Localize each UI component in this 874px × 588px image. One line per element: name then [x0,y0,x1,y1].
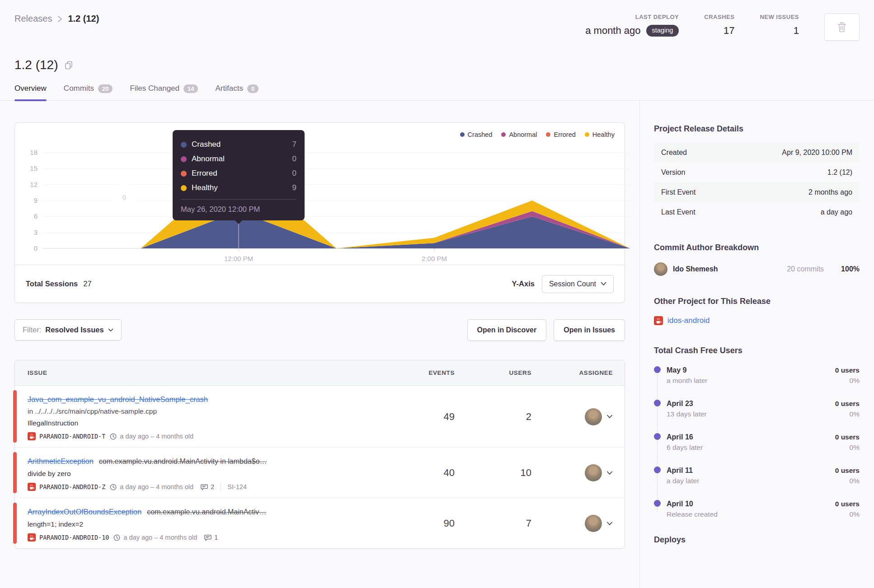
comment-count: 1 [214,534,218,541]
sessions-chart-card: 0369121518012:00 PM2:00 PM Crashed Abnor… [14,122,625,303]
release-title-row: 1.2 (12) [0,41,874,72]
timeline-values: 0 users 0% [835,399,860,420]
timeline-dot-icon [654,366,661,373]
last-deploy-value: a month ago staging [585,25,679,37]
crash-free-section: Total Crash Free Users May 9 a month lat… [654,346,860,532]
java-project-icon [28,533,36,541]
open-in-discover-button[interactable]: Open in Discover [467,319,547,341]
issue-title-link[interactable]: ArithmeticException [28,457,94,465]
timeline-text: April 23 13 days later [667,399,835,420]
new-issues-value: 1 [794,25,799,37]
total-sessions-value: 27 [83,280,91,288]
other-project-link[interactable]: idos-android [667,316,710,325]
release-page: Releases 1.2 (12) LAST DEPLOY a month ag… [0,0,874,588]
deploys-heading: Deploys [654,535,860,545]
timeline-percent: 0% [835,442,860,453]
y-axis-select[interactable]: Session Count [542,275,614,293]
environment-badge: staging [646,25,679,36]
svg-text:12:00 PM: 12:00 PM [224,255,253,262]
tab-artifacts[interactable]: Artifacts 0 [215,84,258,100]
clock-icon [110,484,117,490]
tab-overview[interactable]: Overview [14,84,47,100]
total-sessions-label: Total Sessions [26,280,78,288]
detail-key: Version [661,168,685,177]
svg-text:15: 15 [30,164,38,172]
crashed-dot-icon [460,132,465,137]
comment-icon [201,484,208,490]
breadcrumb-releases-link[interactable]: Releases [14,14,52,24]
timeline-date: April 23 [667,399,835,409]
java-project-icon [28,432,36,440]
filter-dropdown[interactable]: Filter: Resolved Issues [14,319,122,341]
assignee-avatar[interactable] [585,515,602,532]
issues-table-header: ISSUE EVENTS USERS ASSIGNEE [15,360,625,386]
column-events: EVENTS [400,369,455,376]
issue-meta: PARANOID-ANDROID-Z a day ago – 4 months … [28,483,400,491]
detail-row-first-event: First Event 2 months ago [654,182,860,202]
detail-value: 2 months ago [808,188,852,196]
issue-comments[interactable]: 2 [201,483,214,490]
users-count: 7 [455,518,531,529]
timeline-sub: 6 days later [667,442,835,453]
release-tabs: Overview Commits 20 Files Changed 14 Art… [0,72,874,101]
legend-item-healthy[interactable]: Healthy [585,131,615,138]
sessions-area-chart[interactable]: 0369121518012:00 PM2:00 PM [20,129,634,265]
timeline-sub: Release created [667,509,835,520]
svg-text:9: 9 [34,196,38,204]
detail-row-last-event: Last Event a day ago [654,202,860,222]
assignee-avatar[interactable] [585,464,602,481]
filter-label: Filter: [23,326,41,334]
legend-item-crashed[interactable]: Crashed [460,131,493,138]
detail-value: 1.2 (12) [827,168,852,177]
legend-item-errored[interactable]: Errored [546,131,575,138]
header-stats: LAST DEPLOY a month ago staging CRASHES … [585,14,860,41]
author-avatar [654,262,667,276]
assignee-avatar[interactable] [585,408,602,425]
project-chip[interactable]: PARANOID-ANDROID-Z [28,483,105,491]
java-project-icon [28,483,36,491]
detail-key: Last Event [661,208,695,216]
sessions-chart-area: 0369121518012:00 PM2:00 PM Crashed Abnor… [15,123,625,265]
sidebar: Project Release Details Created Apr 9, 2… [639,101,874,588]
issue-age: a day ago – 4 months old [113,534,197,541]
tab-commits[interactable]: Commits 20 [64,84,113,100]
delete-release-button[interactable] [824,14,860,41]
users-count: 10 [455,467,531,479]
issue-ref: SI-124 [221,483,247,491]
last-deploy-time: a month ago [585,25,640,37]
events-count: 49 [400,411,455,423]
timeline-values: 0 users 0% [835,499,860,520]
tab-files-changed[interactable]: Files Changed 14 [130,84,198,100]
release-details-table: Created Apr 9, 2020 10:00 PM Version 1.2… [654,143,860,222]
svg-text:0: 0 [34,244,38,252]
issue-comments[interactable]: 1 [204,534,218,541]
issue-title-link[interactable]: Java_com_example_vu_android_NativeSample… [28,395,208,403]
issue-meta: PARANOID-ANDROID-10 a day ago – 4 months… [28,533,400,541]
page-title: 1.2 (12) [14,58,58,72]
project-chip[interactable]: PARANOID-ANDROID-10 [28,533,109,541]
other-project-heading: Other Project for This Release [654,297,860,306]
open-in-issues-button[interactable]: Open in Issues [554,319,625,341]
author-row: Ido Shemesh 20 commits 100% [654,262,860,276]
crash-free-timeline: May 9 a month later 0 users 0% April 23 … [654,365,860,532]
table-row: ArithmeticExceptioncom.example.vu.androi… [15,448,625,498]
issue-title-link[interactable]: ArrayIndexOutOfBoundsException [28,508,141,516]
timeline-sub: a day later [667,476,835,486]
tab-files-changed-label: Files Changed [130,84,179,93]
project-slug: PARANOID-ANDROID-Z [39,483,105,490]
abnormal-dot-icon [501,132,506,137]
chevron-down-icon[interactable] [606,415,613,419]
timeline-text: April 10 Release created [667,499,835,520]
chart-legend: Crashed Abnormal Errored Healthy [460,131,615,138]
timeline-users: 0 users [835,399,860,409]
chevron-down-icon[interactable] [606,522,613,526]
project-chip[interactable]: PARANOID-ANDROID-T [28,432,105,440]
legend-item-abnormal[interactable]: Abnormal [501,131,537,138]
timeline-percent: 0% [835,509,860,520]
timeline-date: April 10 [667,499,835,509]
chevron-down-icon[interactable] [606,471,613,475]
crashes-value: 17 [724,25,734,37]
main-column: 0369121518012:00 PM2:00 PM Crashed Abnor… [0,101,639,588]
timeline-dot-icon [654,467,661,473]
copy-version-button[interactable] [65,61,73,70]
